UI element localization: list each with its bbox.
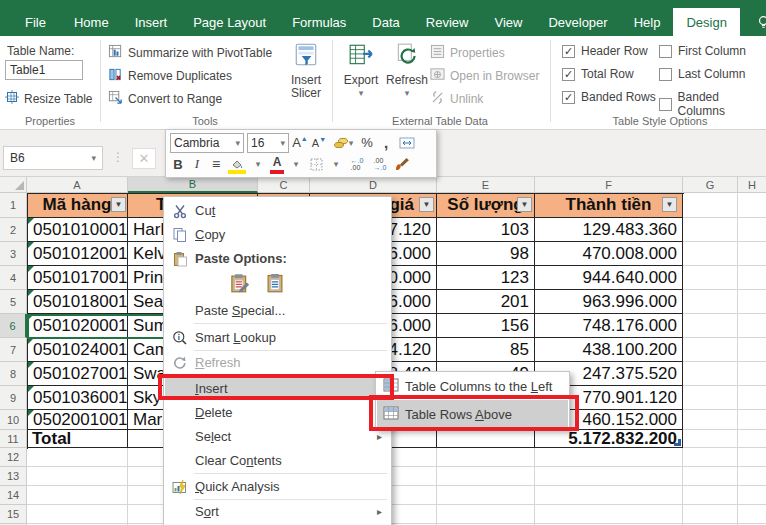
cell-G1[interactable] (683, 193, 738, 218)
table-header-thanh-tien[interactable]: Thành tiền (535, 193, 683, 218)
tab-developer[interactable]: Developer (535, 8, 620, 36)
cell-G11[interactable] (683, 430, 738, 448)
cell-G7[interactable] (683, 338, 738, 362)
menu-item-select[interactable]: Select▸ (165, 425, 390, 448)
cancel-entry-button[interactable]: ✕ (132, 148, 156, 169)
cell-A10[interactable]: 0502001001 (27, 410, 128, 430)
tab-help[interactable]: Help (621, 8, 674, 36)
cell-G12[interactable] (683, 448, 738, 467)
checkbox-banded-rows[interactable]: ✓Banded Rows (562, 90, 656, 104)
cell-H3[interactable] (738, 242, 766, 266)
cell-H5[interactable] (738, 290, 766, 314)
tab-data[interactable]: Data (359, 8, 412, 36)
cell-E13[interactable] (437, 467, 535, 486)
cell-F3[interactable]: 470.008.000 (535, 242, 683, 266)
table-resize-handle[interactable] (674, 439, 681, 446)
shrink-font-button[interactable]: A▼ (311, 133, 327, 152)
export-button[interactable]: Export ▾ (338, 42, 384, 100)
menu-item-copy[interactable]: Copy (165, 223, 390, 246)
resize-table-button[interactable]: Resize Table (5, 90, 92, 107)
cell-F5[interactable]: 963.996.000 (535, 290, 683, 314)
cell-F12[interactable] (535, 448, 683, 467)
cell-H15[interactable] (738, 505, 766, 524)
borders-dropdown[interactable]: ▾ (328, 155, 344, 174)
row-header-10[interactable]: 10 (0, 410, 27, 430)
menu-item-cut[interactable]: Cut (165, 199, 390, 222)
cell-E11[interactable] (437, 430, 535, 448)
italic-button[interactable]: I (189, 155, 205, 174)
cell-G9[interactable] (683, 386, 738, 410)
format-painter-button[interactable] (393, 155, 411, 174)
cell-E14[interactable] (437, 486, 535, 505)
column-header-d[interactable]: D (310, 177, 437, 193)
paste-keep-formatting-button[interactable] (226, 271, 254, 295)
cell-G10[interactable] (683, 410, 738, 430)
submenu-item-table-rows-above[interactable]: Table Rows Above (377, 400, 568, 429)
font-color-dropdown[interactable]: ▾ (288, 155, 304, 174)
cell-E6[interactable]: 156 (437, 314, 535, 338)
filter-button-column-f[interactable]: ▼ (662, 197, 677, 212)
font-name-combo[interactable]: Cambria▾ (170, 133, 244, 153)
tab-file[interactable]: File (10, 8, 61, 36)
table-name-input[interactable] (5, 60, 83, 80)
cell-A15[interactable] (27, 505, 128, 524)
cell-F14[interactable] (535, 486, 683, 505)
comma-style-button[interactable]: , (378, 133, 394, 152)
cell-F13[interactable] (535, 467, 683, 486)
cell-F15[interactable] (535, 505, 683, 524)
row-header-4[interactable]: 4 (0, 266, 27, 290)
cell-A8[interactable]: 0501027001 (27, 362, 128, 386)
menu-item-insert[interactable]: Insert▸ (165, 377, 390, 400)
cell-G15[interactable] (683, 505, 738, 524)
cell-H2[interactable] (738, 218, 766, 242)
column-header-e[interactable]: E (437, 177, 535, 193)
tab-page-layout[interactable]: Page Layout (180, 8, 279, 36)
row-header-9[interactable]: 9 (0, 386, 27, 410)
insert-slicer-button[interactable]: Insert Slicer (283, 42, 329, 100)
filter-button-column-d[interactable]: ▼ (419, 197, 434, 212)
cell-H6[interactable] (738, 314, 766, 338)
cell-A3[interactable]: 0501012001 (27, 242, 128, 266)
bold-button[interactable]: B (170, 155, 186, 174)
cell-total-label[interactable]: Total (27, 430, 128, 448)
row-header-7[interactable]: 7 (0, 338, 27, 362)
cell-A7[interactable]: 0501024001 (27, 338, 128, 362)
cell-H13[interactable] (738, 467, 766, 486)
checkbox-first-column[interactable]: First Column (659, 44, 746, 58)
filter-button-column-e[interactable]: ▼ (517, 197, 532, 212)
tab-formulas[interactable]: Formulas (279, 8, 359, 36)
cell-E5[interactable]: 201 (437, 290, 535, 314)
cell-H11[interactable] (738, 430, 766, 448)
row-header-14[interactable]: 14 (0, 486, 27, 505)
cell-F2[interactable]: 129.483.360 (535, 218, 683, 242)
row-header-8[interactable]: 8 (0, 362, 27, 386)
menu-item-delete[interactable]: Delete▸ (165, 401, 390, 424)
menu-item-clear-contents[interactable]: Clear Contents (165, 449, 390, 472)
cell-H1[interactable] (738, 193, 766, 218)
menu-item-paste-options[interactable]: Paste Options: (165, 247, 390, 270)
cell-E15[interactable] (437, 505, 535, 524)
column-header-f[interactable]: F (535, 177, 683, 193)
tab-insert[interactable]: Insert (122, 8, 181, 36)
checkbox-total-row[interactable]: ✓Total Row (562, 67, 634, 81)
fill-color-dropdown[interactable]: ▾ (250, 155, 266, 174)
percent-style-button[interactable]: % (359, 133, 375, 152)
row-header-12[interactable]: 12 (0, 448, 27, 467)
checkbox-banded-columns[interactable]: Banded Columns (659, 90, 766, 118)
cell-A14[interactable] (27, 486, 128, 505)
cell-E3[interactable]: 98 (437, 242, 535, 266)
row-header-15[interactable]: 15 (0, 505, 27, 524)
tools-button-remove-duplicates[interactable]: Remove Duplicates (108, 67, 232, 85)
grow-font-button[interactable]: A▲ (292, 133, 308, 152)
column-header-h[interactable]: H (738, 177, 766, 193)
font-color-button[interactable]: A (269, 155, 285, 174)
cell-G3[interactable] (683, 242, 738, 266)
borders-button[interactable] (307, 155, 325, 174)
row-header-5[interactable]: 5 (0, 290, 27, 314)
cell-G13[interactable] (683, 467, 738, 486)
cell-A12[interactable] (27, 448, 128, 467)
row-header-1[interactable]: 1 (0, 193, 27, 218)
checkbox-last-column[interactable]: Last Column (659, 67, 745, 81)
filter-button-column-a[interactable]: ▼ (111, 197, 126, 212)
tools-button-convert-to-range[interactable]: Convert to Range (108, 90, 222, 108)
